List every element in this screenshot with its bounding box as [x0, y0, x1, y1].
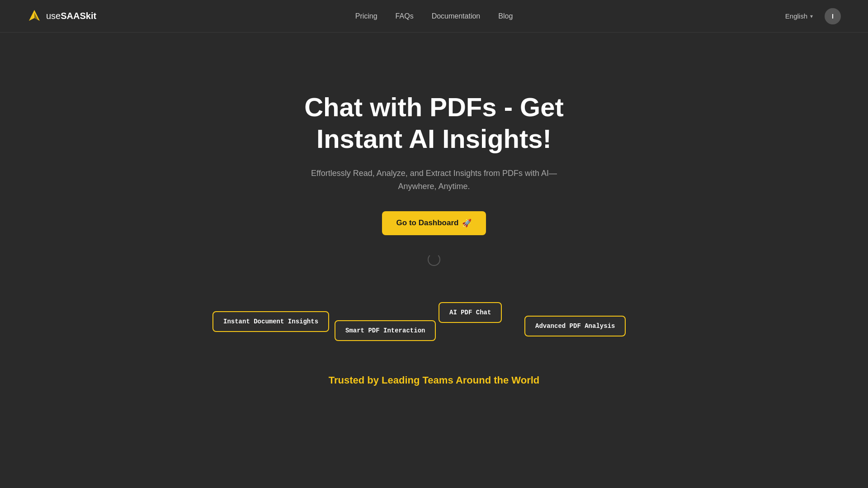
feature-tags-section: Instant Document Insights Smart PDF Inte…	[0, 293, 868, 356]
loading-spinner	[428, 253, 440, 266]
hero-title: Chat with PDFs - Get Instant AI Insights…	[276, 91, 592, 154]
header: useSAASkit Pricing FAQs Documentation Bl…	[0, 0, 868, 33]
hero-section: Chat with PDFs - Get Instant AI Insights…	[0, 33, 868, 293]
hero-subtitle: Effortlessly Read, Analyze, and Extract …	[307, 167, 561, 193]
feature-tag-2: Smart PDF Interaction	[335, 320, 436, 341]
cta-button[interactable]: Go to Dashboard 🚀	[382, 211, 486, 235]
nav-documentation[interactable]: Documentation	[432, 12, 481, 20]
logo[interactable]: useSAASkit	[27, 9, 96, 24]
feature-tag-1: Instant Document Insights	[212, 311, 329, 332]
logo-icon	[27, 9, 42, 24]
language-label: English	[785, 12, 807, 20]
chevron-down-icon: ▾	[810, 13, 813, 19]
cta-emoji: 🚀	[462, 218, 472, 228]
nav-blog[interactable]: Blog	[498, 12, 513, 20]
main-nav: Pricing FAQs Documentation Blog	[355, 12, 513, 20]
feature-tag-3: AI PDF Chat	[439, 302, 502, 323]
user-avatar[interactable]: I	[825, 8, 841, 24]
feature-tag-4: Advanced PDF Analysis	[524, 316, 626, 336]
language-selector[interactable]: English ▾	[781, 9, 817, 23]
trusted-title: Trusted by Leading Teams Around the Worl…	[0, 374, 868, 386]
trusted-section: Trusted by Leading Teams Around the Worl…	[0, 356, 868, 404]
nav-pricing[interactable]: Pricing	[355, 12, 377, 20]
nav-faqs[interactable]: FAQs	[396, 12, 414, 20]
header-right: English ▾ I	[781, 8, 841, 24]
cta-label: Go to Dashboard	[396, 218, 459, 227]
logo-text: useSAASkit	[46, 11, 96, 21]
